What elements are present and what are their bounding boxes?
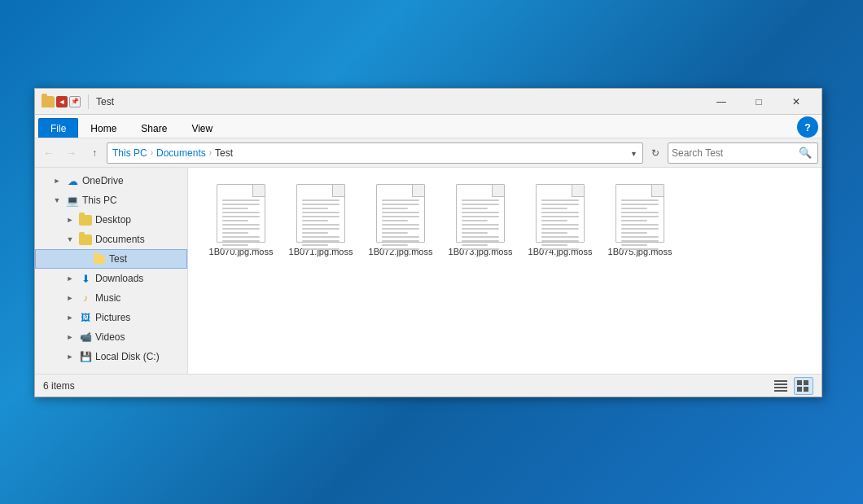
file-icon [615,184,664,243]
expand-arrow-documents: ▼ [64,234,76,245]
close-button[interactable]: ✕ [778,89,815,115]
ribbon: File Home Share View ? [35,115,821,138]
disk-icon: 💾 [79,350,92,363]
doc-line [621,236,659,238]
nav-back-button[interactable]: ← [38,142,59,164]
search-input[interactable] [672,147,796,159]
sidebar-item-onedrive[interactable]: ► ☁ OneDrive [35,171,187,191]
doc-line [382,224,419,226]
address-path-bar[interactable]: This PC › Documents › Test ▼ [107,142,643,164]
doc-line [222,208,248,209]
folder-test-icon [93,252,106,265]
sidebar-item-videos[interactable]: ► 📹 Videos [35,327,187,347]
doc-line [462,236,499,238]
file-item[interactable]: 1B071.jpg.moss [284,181,357,261]
doc-line [621,212,659,213]
file-item[interactable]: 1B073.jpg.moss [444,181,517,261]
sidebar-label-videos: Videos [95,331,125,343]
doc-line [222,232,248,234]
file-icon-lines [462,199,499,250]
doc-line [462,248,499,250]
doc-line [462,232,488,234]
file-item[interactable]: 1B070.jpg.moss [204,181,278,261]
nav-up-button[interactable]: ↑ [84,142,105,164]
item-count: 6 items [43,380,75,392]
expand-arrow-this-pc: ▼ [51,195,63,206]
file-icon [536,184,585,243]
tab-home[interactable]: Home [78,118,129,138]
sidebar-label-onedrive: OneDrive [82,175,124,186]
doc-line [621,208,647,209]
large-icons-view-button[interactable] [794,377,813,395]
expand-arrow-pictures: ► [64,312,76,323]
maximize-button[interactable]: □ [740,89,778,115]
doc-line [621,240,659,242]
doc-line [462,204,499,205]
doc-line [382,244,408,246]
svg-rect-4 [797,380,802,385]
sidebar-item-music[interactable]: ► ♪ Music [35,288,187,308]
folder-desktop-icon [79,213,92,226]
path-dropdown-button[interactable]: ▼ [630,147,637,159]
sidebar-label-pictures: Pictures [95,312,130,323]
sidebar-item-local-disk[interactable]: ► 💾 Local Disk (C:) [35,347,187,366]
file-icon-lines [222,199,260,250]
sidebar-item-downloads[interactable]: ► ⬇ Downloads [35,269,187,288]
sidebar-label-documents: Documents [95,234,145,245]
file-icon-lines [541,199,579,250]
doc-line [382,204,419,205]
doc-line [302,240,340,242]
doc-line [541,232,567,234]
title-folder-icon [42,96,55,107]
doc-line [541,236,579,238]
search-icon[interactable]: 🔍 [796,144,814,162]
file-item[interactable]: 1B075.jpg.moss [603,181,677,261]
svg-rect-0 [774,380,787,382]
doc-line [462,199,499,201]
tab-share[interactable]: Share [129,118,179,138]
sidebar-item-desktop[interactable]: ► Desktop [35,210,187,230]
doc-line [382,220,408,221]
sidebar-item-test[interactable]: Test [35,249,187,269]
refresh-button[interactable]: ↻ [645,142,666,164]
status-bar: 6 items [35,374,821,397]
help-button[interactable]: ? [797,116,818,138]
download-icon: ⬇ [79,272,92,285]
main-content: ► ☁ OneDrive ▼ 💻 This PC ► Desktop ▼ Doc… [35,168,821,374]
doc-line [382,248,419,250]
doc-line [621,228,659,230]
cloud-icon: ☁ [66,174,79,187]
nav-forward-button[interactable]: → [61,142,82,164]
doc-line [222,212,260,213]
doc-line [382,232,408,234]
doc-line [462,208,488,209]
details-view-button[interactable] [771,377,791,395]
doc-line [621,199,659,201]
file-icon [456,184,505,243]
sidebar-label-desktop: Desktop [95,214,131,226]
title-bar-icons: ◄ 📌 [42,96,81,107]
expand-arrow-local-disk: ► [64,351,76,362]
tab-file[interactable]: File [38,118,78,138]
search-box: 🔍 [668,142,818,164]
doc-line [302,199,340,201]
sidebar-item-pictures[interactable]: ► 🖼 Pictures [35,308,187,327]
doc-line [222,240,260,242]
path-this-pc[interactable]: This PC [112,147,147,159]
folder-documents-icon [79,233,92,246]
sidebar-item-documents[interactable]: ▼ Documents [35,230,187,249]
sidebar: ► ☁ OneDrive ▼ 💻 This PC ► Desktop ▼ Doc… [35,168,188,374]
svg-rect-7 [804,387,808,392]
file-item[interactable]: 1B074.jpg.moss [523,181,597,261]
tab-view[interactable]: View [179,118,225,138]
path-test[interactable]: Test [215,147,233,159]
expand-arrow-videos: ► [64,331,76,343]
minimize-button[interactable]: — [703,89,740,115]
ribbon-tab-bar: File Home Share View ? [35,115,821,138]
expand-arrow-downloads: ► [64,273,76,284]
sidebar-item-this-pc[interactable]: ▼ 💻 This PC [35,191,187,210]
doc-line [621,248,659,250]
file-item[interactable]: 1B072.jpg.moss [364,181,437,261]
path-documents[interactable]: Documents [156,147,206,159]
file-icon [217,184,265,243]
